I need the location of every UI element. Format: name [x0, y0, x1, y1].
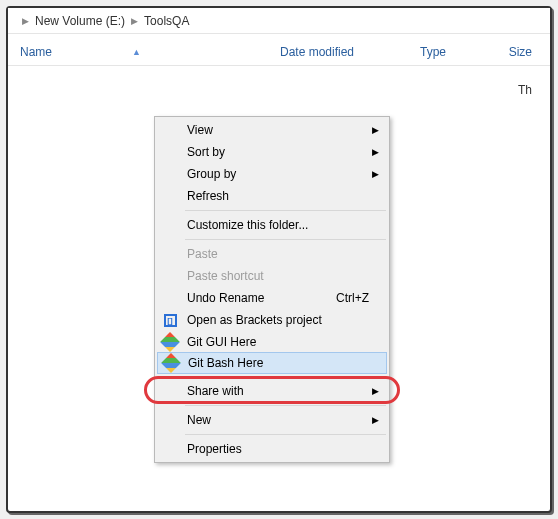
submenu-arrow-icon: ▶	[372, 415, 379, 425]
menu-label: View	[187, 123, 387, 137]
menu-open-brackets[interactable]: [] Open as Brackets project	[157, 309, 387, 331]
menu-customize-folder[interactable]: Customize this folder...	[157, 214, 387, 236]
menu-label: Open as Brackets project	[187, 313, 387, 327]
menu-label: Share with	[187, 384, 387, 398]
menu-label: Sort by	[187, 145, 387, 159]
breadcrumb[interactable]: ▶ New Volume (E:) ▶ ToolsQA	[8, 8, 550, 34]
menu-label: Git Bash Here	[188, 356, 386, 370]
context-menu: View ▶ Sort by ▶ Group by ▶ Refresh Cust…	[154, 116, 390, 463]
menu-label: Properties	[187, 442, 387, 456]
menu-label: Paste shortcut	[187, 269, 387, 283]
chevron-right-icon: ▶	[125, 16, 144, 26]
menu-label: New	[187, 413, 387, 427]
menu-label: Group by	[187, 167, 387, 181]
menu-new[interactable]: New ▶	[157, 409, 387, 431]
submenu-arrow-icon: ▶	[372, 169, 379, 179]
menu-sort-by[interactable]: Sort by ▶	[157, 141, 387, 163]
git-icon	[162, 334, 178, 350]
column-size[interactable]: Size	[488, 45, 550, 59]
menu-label: Git GUI Here	[187, 335, 387, 349]
git-icon	[163, 355, 179, 371]
menu-refresh[interactable]: Refresh	[157, 185, 387, 207]
column-type[interactable]: Type	[408, 45, 488, 59]
menu-label: Customize this folder...	[187, 218, 387, 232]
chevron-right-icon: ▶	[16, 16, 35, 26]
menu-properties[interactable]: Properties	[157, 438, 387, 460]
breadcrumb-seg-volume[interactable]: New Volume (E:)	[35, 14, 125, 28]
menu-view[interactable]: View ▶	[157, 119, 387, 141]
empty-folder-text: Th	[518, 83, 532, 97]
column-name-label: Name	[20, 45, 52, 59]
menu-share-with[interactable]: Share with ▶	[157, 380, 387, 402]
menu-undo-rename[interactable]: Undo Rename Ctrl+Z	[157, 287, 387, 309]
menu-separator	[185, 405, 386, 406]
menu-separator	[185, 239, 386, 240]
submenu-arrow-icon: ▶	[372, 147, 379, 157]
menu-label: Undo Rename	[187, 291, 336, 305]
column-date[interactable]: Date modified	[268, 45, 408, 59]
menu-separator	[185, 210, 386, 211]
menu-separator	[185, 376, 386, 377]
sort-ascending-icon: ▲	[132, 47, 141, 57]
menu-git-gui[interactable]: Git GUI Here	[157, 331, 387, 353]
submenu-arrow-icon: ▶	[372, 125, 379, 135]
submenu-arrow-icon: ▶	[372, 386, 379, 396]
menu-group-by[interactable]: Group by ▶	[157, 163, 387, 185]
brackets-icon: []	[162, 312, 178, 328]
menu-paste-shortcut: Paste shortcut	[157, 265, 387, 287]
column-name[interactable]: Name ▲	[8, 45, 268, 59]
column-headers: Name ▲ Date modified Type Size	[8, 34, 550, 66]
menu-git-bash[interactable]: Git Bash Here	[157, 352, 387, 374]
explorer-window: ▶ New Volume (E:) ▶ ToolsQA Name ▲ Date …	[6, 6, 552, 513]
menu-paste: Paste	[157, 243, 387, 265]
menu-label: Refresh	[187, 189, 387, 203]
menu-separator	[185, 434, 386, 435]
menu-label: Paste	[187, 247, 387, 261]
breadcrumb-seg-folder[interactable]: ToolsQA	[144, 14, 189, 28]
menu-shortcut: Ctrl+Z	[336, 291, 387, 305]
